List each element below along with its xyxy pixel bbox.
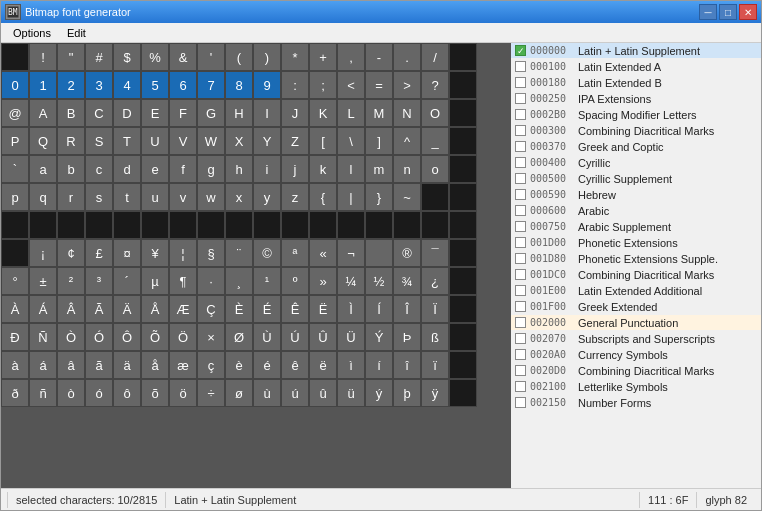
charset-checkbox[interactable]	[515, 141, 526, 152]
char-cell[interactable]: -	[365, 43, 393, 71]
char-cell[interactable]: S	[85, 127, 113, 155]
charset-checkbox[interactable]	[515, 109, 526, 120]
sidebar-item[interactable]: 001F00Greek Extended	[511, 299, 761, 315]
char-cell[interactable]	[309, 211, 337, 239]
menu-options[interactable]: Options	[5, 25, 59, 41]
char-cell[interactable]: t	[113, 183, 141, 211]
char-cell[interactable]	[449, 71, 477, 99]
char-cell[interactable]: u	[141, 183, 169, 211]
char-cell[interactable]: º	[281, 267, 309, 295]
sidebar-item[interactable]: 001E00Latin Extended Additional	[511, 283, 761, 299]
char-cell[interactable]: Ý	[365, 323, 393, 351]
char-cell[interactable]: '	[197, 43, 225, 71]
char-cell[interactable]: ²	[57, 267, 85, 295]
char-cell[interactable]: z	[281, 183, 309, 211]
charset-checkbox[interactable]	[515, 317, 526, 328]
char-cell[interactable]: :	[281, 71, 309, 99]
char-cell[interactable]: 9	[253, 71, 281, 99]
char-cell[interactable]: ^	[393, 127, 421, 155]
char-cell[interactable]: «	[309, 239, 337, 267]
char-cell[interactable]: /	[421, 43, 449, 71]
char-cell[interactable]: b	[57, 155, 85, 183]
char-cell[interactable]: 1	[29, 71, 57, 99]
char-cell[interactable]: V	[169, 127, 197, 155]
sidebar-item[interactable]: 000370Greek and Coptic	[511, 139, 761, 155]
sidebar-item[interactable]: ✓000000Latin + Latin Supplement	[511, 43, 761, 59]
char-cell[interactable]: ô	[113, 379, 141, 407]
sidebar-item[interactable]: 001DC0Combining Diacritical Marks	[511, 267, 761, 283]
char-cell[interactable]: Þ	[393, 323, 421, 351]
char-cell[interactable]: Ó	[85, 323, 113, 351]
char-cell[interactable]: £	[85, 239, 113, 267]
char-cell[interactable]: {	[309, 183, 337, 211]
char-cell[interactable]: é	[253, 351, 281, 379]
sidebar-item[interactable]: 000590Hebrew	[511, 187, 761, 203]
sidebar-item[interactable]: 0020A0Currency Symbols	[511, 347, 761, 363]
char-cell[interactable]: õ	[141, 379, 169, 407]
char-cell[interactable]: M	[365, 99, 393, 127]
char-cell[interactable]: ý	[365, 379, 393, 407]
char-cell[interactable]: ü	[337, 379, 365, 407]
char-cell[interactable]: +	[309, 43, 337, 71]
char-cell[interactable]: =	[365, 71, 393, 99]
char-cell[interactable]: D	[113, 99, 141, 127]
char-cell[interactable]: ¯	[421, 239, 449, 267]
char-cell[interactable]: q	[29, 183, 57, 211]
char-cell[interactable]	[449, 379, 477, 407]
maximize-button[interactable]: □	[719, 4, 737, 20]
char-cell[interactable]: »	[309, 267, 337, 295]
char-cell[interactable]: R	[57, 127, 85, 155]
char-cell[interactable]: )	[253, 43, 281, 71]
char-cell[interactable]: à	[1, 351, 29, 379]
char-cell[interactable]: ~	[393, 183, 421, 211]
char-cell[interactable]: 5	[141, 71, 169, 99]
charset-checkbox[interactable]	[515, 381, 526, 392]
char-cell[interactable]: Î	[393, 295, 421, 323]
char-cell[interactable]: #	[85, 43, 113, 71]
charset-checkbox[interactable]	[515, 205, 526, 216]
charset-checkbox[interactable]	[515, 61, 526, 72]
char-cell[interactable]: U	[141, 127, 169, 155]
char-cell[interactable]: å	[141, 351, 169, 379]
char-cell[interactable]: e	[141, 155, 169, 183]
char-cell[interactable]: w	[197, 183, 225, 211]
char-cell[interactable]	[169, 211, 197, 239]
char-cell[interactable]: 2	[57, 71, 85, 99]
sidebar-item[interactable]: 000400Cyrillic	[511, 155, 761, 171]
char-cell[interactable]: N	[393, 99, 421, 127]
char-cell[interactable]: Ö	[169, 323, 197, 351]
char-cell[interactable]: i	[253, 155, 281, 183]
char-cell[interactable]: K	[309, 99, 337, 127]
char-cell[interactable]	[449, 211, 477, 239]
charset-checkbox[interactable]	[515, 253, 526, 264]
char-cell[interactable]: æ	[169, 351, 197, 379]
char-cell[interactable]: $	[113, 43, 141, 71]
char-cell[interactable]: Ä	[113, 295, 141, 323]
char-cell[interactable]: ]	[365, 127, 393, 155]
char-cell[interactable]: v	[169, 183, 197, 211]
char-cell[interactable]: á	[29, 351, 57, 379]
charset-checkbox[interactable]	[515, 77, 526, 88]
char-cell[interactable]: Ø	[225, 323, 253, 351]
char-cell[interactable]: x	[225, 183, 253, 211]
char-cell[interactable]: ;	[309, 71, 337, 99]
char-cell[interactable]: k	[309, 155, 337, 183]
char-cell[interactable]	[421, 183, 449, 211]
char-cell[interactable]: Ñ	[29, 323, 57, 351]
char-cell[interactable]: ï	[421, 351, 449, 379]
char-cell[interactable]: ¾	[393, 267, 421, 295]
char-cell[interactable]: A	[29, 99, 57, 127]
char-cell[interactable]: E	[141, 99, 169, 127]
char-cell[interactable]	[225, 211, 253, 239]
sidebar-item[interactable]: 002000General Punctuation	[511, 315, 761, 331]
sidebar-item[interactable]: 000500Cyrillic Supplement	[511, 171, 761, 187]
char-cell[interactable]: 3	[85, 71, 113, 99]
char-cell[interactable]: ?	[421, 71, 449, 99]
char-cell[interactable]	[29, 211, 57, 239]
char-cell[interactable]: l	[337, 155, 365, 183]
charset-checkbox[interactable]	[515, 333, 526, 344]
charset-checkbox[interactable]	[515, 189, 526, 200]
char-cell[interactable]: c	[85, 155, 113, 183]
char-cell[interactable]: j	[281, 155, 309, 183]
char-cell[interactable]: W	[197, 127, 225, 155]
